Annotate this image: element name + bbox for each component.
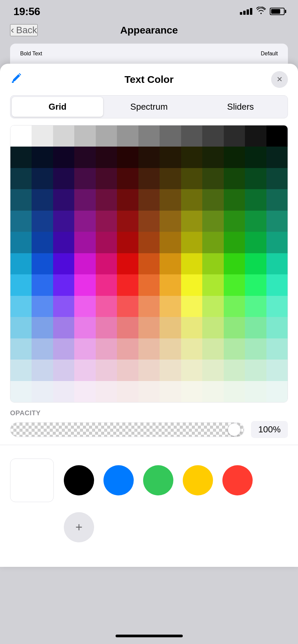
color-cell[interactable] bbox=[266, 381, 288, 402]
color-cell[interactable] bbox=[53, 253, 74, 274]
color-cell[interactable] bbox=[181, 125, 202, 147]
color-cell[interactable] bbox=[96, 168, 117, 189]
color-cell[interactable] bbox=[245, 253, 266, 274]
tab-spectrum[interactable]: Spectrum bbox=[103, 97, 195, 117]
color-cell[interactable] bbox=[224, 338, 245, 360]
color-cell[interactable] bbox=[181, 253, 202, 274]
color-cell[interactable] bbox=[224, 360, 245, 381]
color-cell[interactable] bbox=[32, 147, 53, 168]
color-cell[interactable] bbox=[202, 189, 223, 210]
color-cell[interactable] bbox=[53, 125, 74, 147]
color-cell[interactable] bbox=[10, 274, 32, 296]
color-cell[interactable] bbox=[10, 381, 32, 402]
color-cell[interactable] bbox=[74, 274, 95, 296]
color-cell[interactable] bbox=[53, 296, 74, 317]
color-cell[interactable] bbox=[181, 189, 202, 210]
color-cell[interactable] bbox=[224, 296, 245, 317]
color-cell[interactable] bbox=[160, 211, 181, 232]
color-cell[interactable] bbox=[32, 381, 53, 402]
close-button[interactable]: ✕ bbox=[271, 71, 288, 88]
color-cell[interactable] bbox=[224, 232, 245, 253]
color-cell[interactable] bbox=[138, 296, 160, 317]
color-cell[interactable] bbox=[202, 381, 223, 402]
color-cell[interactable] bbox=[202, 274, 223, 296]
color-cell[interactable] bbox=[245, 189, 266, 210]
color-cell[interactable] bbox=[266, 211, 288, 232]
color-cell[interactable] bbox=[138, 189, 160, 210]
color-cell[interactable] bbox=[32, 232, 53, 253]
color-cell[interactable] bbox=[245, 125, 266, 147]
color-cell[interactable] bbox=[181, 381, 202, 402]
color-cell[interactable] bbox=[32, 125, 53, 147]
color-cell[interactable] bbox=[224, 211, 245, 232]
color-cell[interactable] bbox=[160, 147, 181, 168]
color-cell[interactable] bbox=[181, 168, 202, 189]
color-cell[interactable] bbox=[10, 317, 32, 338]
color-cell[interactable] bbox=[32, 253, 53, 274]
color-cell[interactable] bbox=[10, 189, 32, 210]
color-cell[interactable] bbox=[96, 317, 117, 338]
color-cell[interactable] bbox=[32, 211, 53, 232]
color-cell[interactable] bbox=[10, 360, 32, 381]
color-cell[interactable] bbox=[32, 338, 53, 360]
color-cell[interactable] bbox=[53, 232, 74, 253]
color-cell[interactable] bbox=[245, 296, 266, 317]
color-cell[interactable] bbox=[117, 189, 138, 210]
color-cell[interactable] bbox=[96, 338, 117, 360]
color-cell[interactable] bbox=[10, 168, 32, 189]
color-cell[interactable] bbox=[53, 211, 74, 232]
color-cell[interactable] bbox=[138, 211, 160, 232]
color-cell[interactable] bbox=[181, 360, 202, 381]
color-cell[interactable] bbox=[117, 147, 138, 168]
color-cell[interactable] bbox=[96, 232, 117, 253]
color-cell[interactable] bbox=[266, 125, 288, 147]
color-cell[interactable] bbox=[10, 232, 32, 253]
color-cell[interactable] bbox=[32, 189, 53, 210]
color-cell[interactable] bbox=[32, 274, 53, 296]
swatch-yellow[interactable] bbox=[183, 465, 213, 495]
tab-grid[interactable]: Grid bbox=[12, 97, 103, 117]
color-cell[interactable] bbox=[117, 360, 138, 381]
color-cell[interactable] bbox=[181, 338, 202, 360]
opacity-slider[interactable] bbox=[10, 422, 244, 437]
color-cell[interactable] bbox=[96, 211, 117, 232]
color-cell[interactable] bbox=[32, 296, 53, 317]
color-cell[interactable] bbox=[266, 338, 288, 360]
color-cell[interactable] bbox=[245, 232, 266, 253]
color-cell[interactable] bbox=[224, 189, 245, 210]
color-cell[interactable] bbox=[160, 232, 181, 253]
color-cell[interactable] bbox=[53, 147, 74, 168]
eyedropper-button[interactable] bbox=[10, 72, 22, 87]
color-cell[interactable] bbox=[10, 147, 32, 168]
color-cell[interactable] bbox=[138, 168, 160, 189]
color-cell[interactable] bbox=[96, 147, 117, 168]
color-cell[interactable] bbox=[117, 338, 138, 360]
color-cell[interactable] bbox=[53, 338, 74, 360]
color-cell[interactable] bbox=[117, 381, 138, 402]
color-cell[interactable] bbox=[117, 253, 138, 274]
color-cell[interactable] bbox=[160, 125, 181, 147]
color-cell[interactable] bbox=[96, 296, 117, 317]
color-cell[interactable] bbox=[266, 253, 288, 274]
color-cell[interactable] bbox=[117, 274, 138, 296]
color-cell[interactable] bbox=[117, 125, 138, 147]
color-cell[interactable] bbox=[53, 381, 74, 402]
color-cell[interactable] bbox=[53, 360, 74, 381]
color-cell[interactable] bbox=[224, 317, 245, 338]
color-cell[interactable] bbox=[96, 253, 117, 274]
color-cell[interactable] bbox=[245, 338, 266, 360]
swatch-red[interactable] bbox=[222, 465, 253, 495]
color-cell[interactable] bbox=[53, 274, 74, 296]
color-cell[interactable] bbox=[117, 296, 138, 317]
color-cell[interactable] bbox=[74, 211, 95, 232]
color-cell[interactable] bbox=[10, 296, 32, 317]
swatch-black[interactable] bbox=[64, 465, 94, 495]
color-cell[interactable] bbox=[138, 253, 160, 274]
color-cell[interactable] bbox=[181, 274, 202, 296]
color-cell[interactable] bbox=[266, 274, 288, 296]
color-cell[interactable] bbox=[160, 317, 181, 338]
color-cell[interactable] bbox=[160, 338, 181, 360]
color-cell[interactable] bbox=[10, 211, 32, 232]
color-cell[interactable] bbox=[74, 296, 95, 317]
swatch-green[interactable] bbox=[143, 465, 173, 495]
